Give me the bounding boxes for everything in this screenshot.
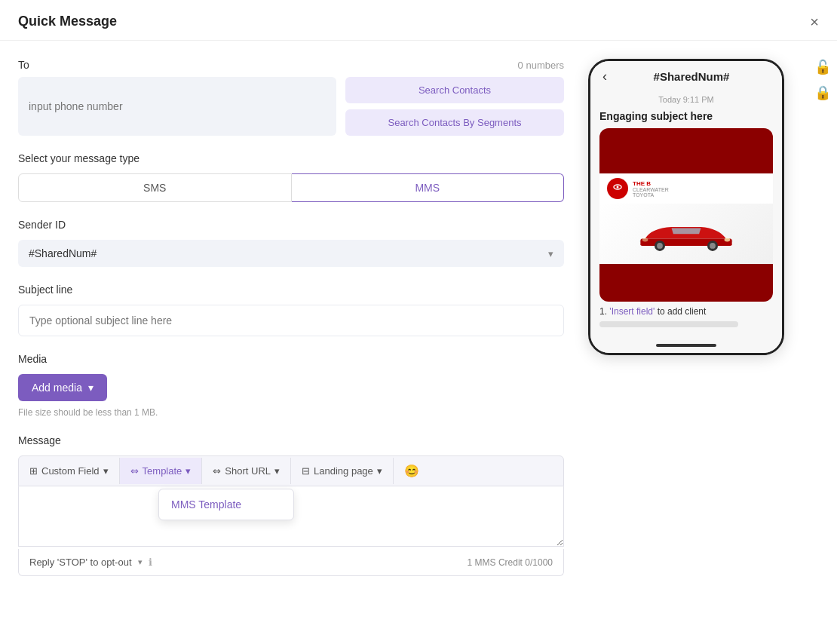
phone-contact-name: #SharedNum# [613,70,770,83]
phone-preview: ‹ #SharedNum# Today 9:11 PM Engaging sub… [582,41,808,594]
custom-field-chevron: ▾ [103,465,109,477]
message-section: Message ⊞ Custom Field ▾ ⇔ Template ▾ ⇔ … [18,434,564,576]
modal-title: Quick Message [18,14,117,29]
message-label: Message [18,434,564,446]
subject-label: Subject line [18,284,564,296]
phone-messages: Today 9:11 PM Engaging subject here [590,89,782,338]
message-toolbar: ⊞ Custom Field ▾ ⇔ Template ▾ ⇔ Short UR… [18,455,564,486]
mms-card: THE B CLEARWATERTOYOTA [599,128,773,302]
sender-select[interactable]: #SharedNum# [18,240,564,267]
message-footer-bar: Reply 'STOP' to opt-out ▾ ℹ 1 MMS Credit… [18,549,564,576]
custom-field-button[interactable]: ⊞ Custom Field ▾ [19,458,120,484]
modal-body: To 0 numbers Search Contacts Search Cont… [0,41,837,594]
landing-page-button[interactable]: ⊟ Landing page ▾ [291,458,394,484]
short-url-button[interactable]: ⇔ Short URL ▾ [202,458,291,484]
svg-point-2 [617,186,619,189]
add-media-label: Add media [32,382,82,394]
sender-select-wrapper: #SharedNum# ▾ [18,240,564,267]
message-footer-line [599,321,738,327]
mms-template-item[interactable]: MMS Template [159,489,293,520]
insert-field-text: 'Insert field' [609,306,655,317]
form-area: To 0 numbers Search Contacts Search Cont… [0,41,582,594]
short-url-icon: ⇔ [213,465,221,477]
subject-section: Subject line [18,284,564,336]
template-dropdown: MMS Template [158,489,294,520]
sms-button[interactable]: SMS [18,173,292,202]
search-by-segments-button[interactable]: Search Contacts By Segments [345,109,564,136]
mms-button[interactable]: MMS [292,173,565,202]
modal-header: Quick Message × [0,0,837,41]
opt-out-text: Reply 'STOP' to opt-out [29,557,132,568]
to-label: To [18,59,29,71]
sender-section: Sender ID #SharedNum# ▾ [18,219,564,267]
back-arrow-icon[interactable]: ‹ [602,69,607,84]
template-chevron: ▾ [185,465,191,477]
opt-out-toggle[interactable]: ▾ [138,557,143,567]
mms-logo-icon [607,178,628,199]
mms-banner-bottom [599,264,773,302]
media-section: Media Add media ▾ File size should be le… [18,353,564,418]
file-hint: File size should be less than 1 MB. [18,407,564,418]
contacts-col: Search Contacts Search Contacts By Segme… [345,77,564,136]
svg-point-9 [642,238,648,241]
credit-info: 1 MMS Credit 0/1000 [468,557,553,568]
add-media-chevron-icon: ▾ [88,382,94,394]
lock-column: 🔓 🔒 [808,41,837,594]
lock-open-icon[interactable]: 🔓 [814,59,831,75]
mms-brand-text: THE B CLEARWATERTOYOTA [633,180,669,198]
landing-page-icon: ⊟ [302,465,310,477]
phone-home-indicator [590,338,782,353]
custom-field-label: Custom Field [41,465,100,477]
landing-page-chevron: ▾ [377,465,382,477]
svg-point-7 [710,243,716,249]
add-media-button[interactable]: Add media ▾ [18,374,107,401]
message-type-row: SMS MMS [18,173,564,202]
template-button[interactable]: ⇔ Template ▾ [120,458,203,484]
template-icon: ⇔ [130,465,139,477]
to-input-row: Search Contacts Search Contacts By Segme… [18,77,564,136]
opt-out-row: Reply 'STOP' to opt-out ▾ ℹ [29,557,152,568]
mms-logo-bar: THE B CLEARWATERTOYOTA [599,173,773,204]
search-contacts-button[interactable]: Search Contacts [345,77,564,103]
subject-input[interactable] [18,305,564,336]
template-label: Template [143,465,182,477]
numbers-count: 0 numbers [518,60,564,71]
home-bar [656,344,716,347]
lock-closed-icon[interactable]: 🔒 [814,84,831,101]
phone-statusbar: ‹ #SharedNum# [590,61,782,89]
phone-input[interactable] [18,77,336,136]
media-label: Media [18,353,564,365]
to-section: To 0 numbers Search Contacts Search Cont… [18,59,564,136]
svg-point-5 [657,243,663,249]
message-type-label: Select your message type [18,152,564,164]
svg-point-8 [725,238,731,241]
info-icon[interactable]: ℹ [149,557,152,568]
phone-frame: ‹ #SharedNum# Today 9:11 PM Engaging sub… [588,59,784,355]
message-timestamp: Today 9:11 PM [599,95,773,104]
close-button[interactable]: × [810,14,819,29]
message-body-text: 1. 'Insert field' to add client [599,306,773,317]
to-row: To 0 numbers [18,59,564,71]
emoji-button[interactable]: 😊 [394,456,430,486]
custom-field-icon: ⊞ [29,465,38,477]
short-url-label: Short URL [225,465,271,477]
mms-banner-top [599,128,773,173]
mms-car-image [599,204,773,264]
message-subject: Engaging subject here [599,110,773,122]
sender-label: Sender ID [18,219,564,231]
short-url-chevron: ▾ [274,465,280,477]
message-type-section: Select your message type SMS MMS [18,152,564,202]
svg-point-0 [611,182,624,195]
landing-page-label: Landing page [314,465,373,477]
